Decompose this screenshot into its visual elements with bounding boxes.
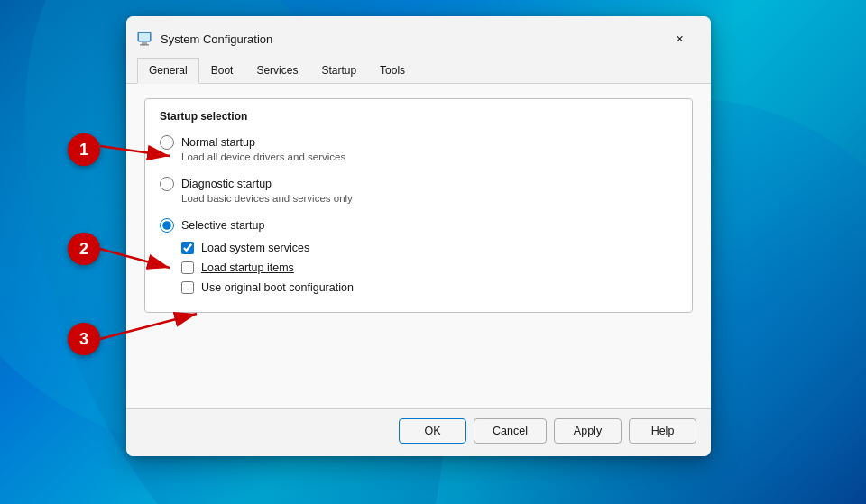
diagnostic-startup-row: Diagnostic startup	[160, 177, 677, 191]
section-label: Startup selection	[160, 110, 677, 123]
selective-checkboxes: Load system services Load startup items …	[181, 242, 677, 294]
load-system-services-checkbox[interactable]	[181, 242, 194, 254]
tab-bar: General Boot Services Startup Tools	[126, 58, 711, 84]
title-bar-left: System Configuration	[137, 31, 272, 47]
use-original-boot-label[interactable]: Use original boot configuration	[201, 281, 354, 294]
title-bar-controls: ✕	[659, 25, 700, 52]
tab-startup[interactable]: Startup	[309, 58, 368, 84]
selective-startup-radio[interactable]	[160, 218, 174, 233]
selective-startup-item: Selective startup Load system services L…	[160, 218, 677, 294]
load-system-services-row: Load system services	[181, 242, 677, 254]
normal-startup-desc: Load all device drivers and services	[181, 151, 677, 162]
apply-button[interactable]: Apply	[554, 418, 622, 444]
use-original-boot-row: Use original boot configuration	[181, 281, 677, 294]
radio-group: Normal startup Load all device drivers a…	[160, 135, 677, 294]
svg-rect-5	[142, 42, 147, 44]
system-configuration-dialog: System Configuration ✕ General Boot Serv…	[126, 16, 711, 456]
annotation-2: 2	[68, 233, 100, 265]
normal-startup-radio[interactable]	[160, 135, 174, 150]
dialog-icon	[137, 31, 153, 47]
diagnostic-startup-radio[interactable]	[160, 177, 174, 191]
tab-services[interactable]: Services	[244, 58, 309, 84]
load-startup-items-label[interactable]: Load startup items	[201, 261, 294, 274]
normal-startup-row: Normal startup	[160, 135, 677, 150]
title-bar: System Configuration ✕	[126, 16, 711, 58]
diagnostic-startup-item: Diagnostic startup Load basic devices an…	[160, 177, 677, 204]
dialog-footer: OK Cancel Apply Help	[126, 408, 711, 456]
normal-startup-label[interactable]: Normal startup	[181, 136, 255, 149]
annotation-1: 1	[68, 133, 100, 166]
diagnostic-startup-desc: Load basic devices and services only	[181, 193, 677, 204]
tab-tools[interactable]: Tools	[368, 58, 417, 84]
load-system-services-label[interactable]: Load system services	[201, 242, 309, 254]
cancel-button[interactable]: Cancel	[474, 418, 547, 444]
svg-rect-6	[140, 44, 149, 46]
tab-boot[interactable]: Boot	[199, 58, 245, 84]
selective-startup-label[interactable]: Selective startup	[181, 219, 264, 232]
tab-general[interactable]: General	[137, 58, 199, 84]
diagnostic-startup-label[interactable]: Diagnostic startup	[181, 178, 272, 190]
load-startup-items-checkbox[interactable]	[181, 261, 194, 274]
selective-startup-row: Selective startup	[160, 218, 677, 233]
normal-startup-item: Normal startup Load all device drivers a…	[160, 135, 677, 162]
startup-selection-box: Startup selection Normal startup Load al…	[144, 98, 693, 313]
ok-button[interactable]: OK	[399, 418, 466, 444]
close-button[interactable]: ✕	[659, 25, 700, 52]
load-startup-items-row: Load startup items	[181, 261, 677, 274]
dialog-content: Startup selection Normal startup Load al…	[126, 84, 711, 408]
use-original-boot-checkbox[interactable]	[181, 281, 194, 294]
help-button[interactable]: Help	[629, 418, 696, 444]
svg-rect-7	[139, 33, 150, 41]
annotation-3: 3	[68, 323, 100, 355]
dialog-title: System Configuration	[161, 32, 272, 46]
